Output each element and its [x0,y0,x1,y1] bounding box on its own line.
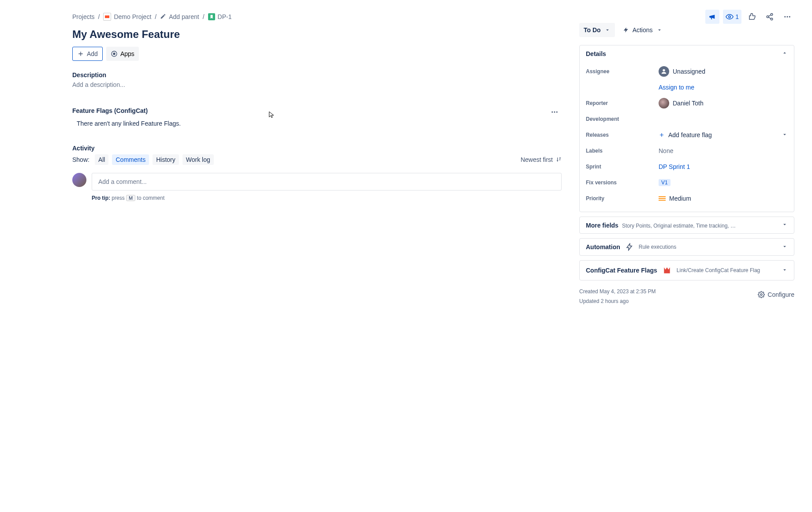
created-timestamp: Created May 4, 2023 at 2:35 PM [579,288,656,295]
pro-tip-label: Pro tip: [92,195,110,201]
sort-toggle[interactable]: Newest first [521,156,562,163]
story-icon [208,13,215,20]
issue-title[interactable]: My Awesome Feature [72,28,562,41]
svg-point-2 [551,112,553,113]
configcat-panel-header[interactable]: ConfigCat Feature Flags Link/Create Conf… [580,261,794,280]
tab-worklog[interactable]: Work log [183,154,214,165]
svg-point-9 [767,16,769,18]
add-button[interactable]: Add [72,47,103,61]
status-dropdown[interactable]: To Do [579,23,615,37]
feature-flags-more-button[interactable] [548,105,562,119]
more-horizontal-icon [783,13,791,21]
configcat-heading: ConfigCat Feature Flags [586,267,657,274]
description-placeholder[interactable]: Add a description... [72,81,562,88]
automation-panel-header[interactable]: Automation Rule executions [580,239,794,255]
activity-heading: Activity [72,145,562,152]
breadcrumb-project[interactable]: Demo Project [114,13,151,20]
fix-versions-value[interactable]: V1 [659,179,670,186]
breadcrumb-separator: / [98,13,100,20]
breadcrumb-separator: / [203,13,205,20]
fix-versions-label: Fix versions [586,179,659,186]
reporter-text: Daniel Toth [673,100,704,107]
development-label: Development [586,116,659,122]
svg-point-7 [729,16,731,18]
reporter-value[interactable]: Daniel Toth [659,98,704,108]
share-icon [766,13,774,21]
priority-label: Priority [586,195,659,202]
breadcrumb: Projects / Demo Project / Add parent / D… [72,13,231,21]
unassigned-avatar-icon [659,66,669,77]
chevron-down-icon [656,27,663,33]
sort-icon [555,157,562,163]
pencil-icon [160,13,166,21]
add-feature-flag-text: Add feature flag [668,131,712,138]
user-avatar [72,173,86,187]
feedback-button[interactable] [705,10,719,24]
pro-tip: Pro tip: press M to comment [92,195,562,201]
breadcrumb-add-parent[interactable]: Add parent [169,13,199,20]
pro-tip-suffix: to comment [137,195,165,201]
more-actions-button[interactable] [780,10,794,24]
breadcrumb-projects[interactable]: Projects [72,13,95,20]
svg-point-5 [663,69,665,71]
svg-point-3 [554,112,555,113]
releases-label: Releases [586,132,659,138]
reporter-avatar [659,98,669,108]
sprint-value[interactable]: DP Sprint 1 [659,163,690,170]
pro-tip-key: M [126,195,135,201]
svg-point-1 [113,53,115,55]
add-feature-flag-link[interactable]: Add feature flag [659,131,788,139]
apps-button[interactable]: Apps [106,47,139,61]
more-fields-heading: More fields [586,222,618,229]
tab-comments[interactable]: Comments [112,154,149,165]
labels-value[interactable]: None [659,147,673,154]
chevron-down-icon [604,27,611,33]
automation-heading: Automation [586,243,620,250]
svg-point-6 [760,294,762,295]
comment-input[interactable]: Add a comment... [92,173,562,191]
assignee-value[interactable]: Unassigned [659,66,705,77]
labels-label: Labels [586,148,659,154]
thumbs-up-icon [748,13,756,21]
feature-flags-heading: Feature Flags (ConfigCat) [72,107,148,114]
svg-point-13 [789,16,790,18]
apps-button-label: Apps [120,50,134,57]
share-button[interactable] [763,10,777,24]
svg-point-10 [771,18,773,20]
like-button[interactable] [745,10,759,24]
comment-placeholder: Add a comment... [98,178,147,185]
configure-button[interactable]: Configure [758,291,794,298]
breadcrumb-issue-key[interactable]: DP-1 [218,13,232,20]
watchers-button[interactable]: 1 [723,10,741,24]
svg-point-11 [784,16,786,18]
more-fields-panel-header[interactable]: More fields Story Points, Original estim… [580,217,794,233]
priority-value[interactable]: Medium [659,195,691,202]
plus-icon [77,50,84,57]
configure-label: Configure [767,291,794,298]
tab-history[interactable]: History [153,154,179,165]
assignee-text: Unassigned [673,68,705,75]
plus-icon [659,132,665,138]
configcat-sub: Link/Create ConfigCat Feature Flag [677,267,760,273]
eye-icon [726,13,734,21]
actions-dropdown[interactable]: Actions [618,23,667,37]
description-heading: Description [72,71,562,78]
gear-icon [758,291,765,298]
add-button-label: Add [87,50,98,57]
labels-text: None [659,147,673,154]
svg-point-8 [771,14,773,16]
chevron-down-icon[interactable] [782,131,788,139]
chevron-up-icon [782,50,788,57]
details-panel-header[interactable]: Details [580,45,794,62]
details-heading: Details [586,50,606,57]
apps-icon [111,50,118,57]
svg-point-12 [787,16,788,18]
lightning-icon [623,27,629,33]
assignee-label: Assignee [586,68,659,75]
tab-all[interactable]: All [95,154,109,165]
chevron-down-icon [782,243,788,251]
project-icon [103,13,111,21]
actions-label: Actions [633,26,653,34]
chevron-down-icon [782,267,788,274]
assign-to-me-link[interactable]: Assign to me [659,84,694,91]
